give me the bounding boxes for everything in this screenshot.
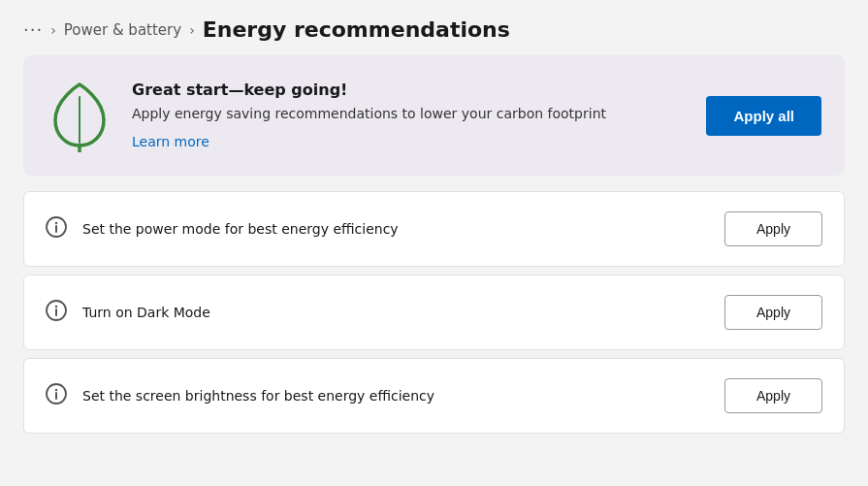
apply-button-1[interactable]: Apply xyxy=(724,295,822,330)
recommendation-item: Turn on Dark ModeApply xyxy=(23,275,845,350)
apply-button-2[interactable]: Apply xyxy=(724,378,822,413)
learn-more-link[interactable]: Learn more xyxy=(132,134,209,149)
apply-all-button[interactable]: Apply all xyxy=(706,96,821,136)
leaf-icon xyxy=(47,77,113,154)
info-circle-icon xyxy=(46,216,67,242)
recommendation-text: Set the screen brightness for best energ… xyxy=(82,388,709,404)
page-title: Energy recommendations xyxy=(203,17,510,42)
info-circle-icon xyxy=(46,300,67,325)
svg-point-4 xyxy=(55,222,57,224)
breadcrumb-dots[interactable]: ··· xyxy=(23,19,43,40)
hero-description: Apply energy saving recommendations to l… xyxy=(132,105,687,124)
hero-text: Great start—keep going! Apply energy sav… xyxy=(132,81,687,150)
apply-button-0[interactable]: Apply xyxy=(724,211,822,246)
recommendation-text: Set the power mode for best energy effic… xyxy=(82,221,709,237)
hero-heading: Great start—keep going! xyxy=(132,81,687,99)
svg-point-7 xyxy=(55,306,57,308)
recommendation-list: Set the power mode for best energy effic… xyxy=(23,191,845,441)
info-circle-icon xyxy=(46,383,67,408)
recommendation-text: Turn on Dark Mode xyxy=(82,305,709,320)
chevron-right-icon-1: › xyxy=(50,22,56,38)
breadcrumb: ··· › Power & battery › Energy recommend… xyxy=(0,0,868,51)
svg-point-10 xyxy=(55,389,57,391)
recommendation-item: Set the power mode for best energy effic… xyxy=(23,191,845,267)
recommendation-item: Set the screen brightness for best energ… xyxy=(23,358,845,434)
chevron-right-icon-2: › xyxy=(189,22,195,38)
breadcrumb-power-battery[interactable]: Power & battery xyxy=(64,21,181,39)
hero-card: Great start—keep going! Apply energy sav… xyxy=(23,55,845,176)
